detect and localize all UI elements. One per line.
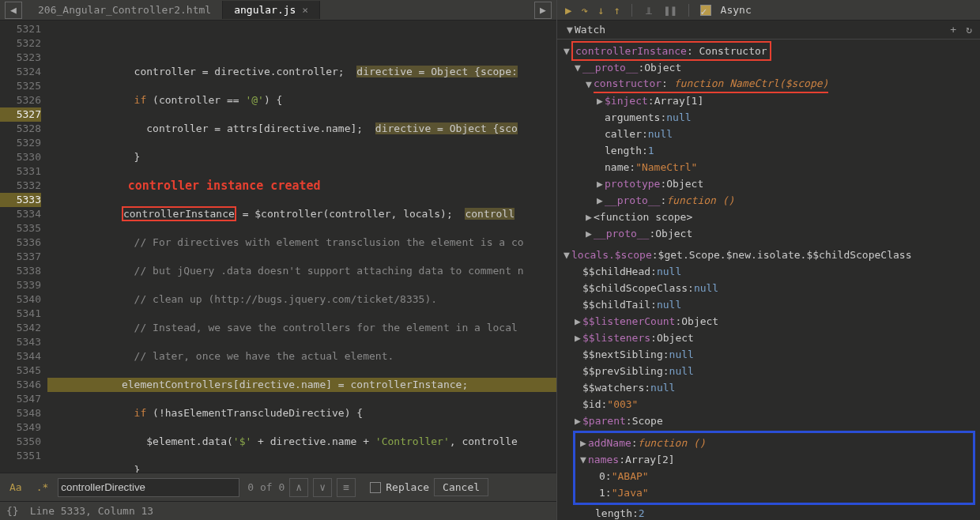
braces-icon[interactable]: {}: [6, 505, 19, 517]
tab-file2[interactable]: angular.js ×: [223, 1, 320, 19]
cancel-button[interactable]: Cancel: [434, 478, 488, 496]
next-match-button[interactable]: ∨: [313, 478, 332, 497]
search-input[interactable]: [58, 478, 239, 497]
editor-tabs: ◀ 206_Angular_Controller2.html angular.j…: [0, 0, 556, 21]
replace-label: Replace: [386, 481, 429, 493]
tab-file1[interactable]: 206_Angular_Controller2.html: [27, 1, 223, 19]
watch-entry-highlight: controllerInstance: Constructor: [571, 41, 771, 61]
watch-panel[interactable]: ▼controllerInstance: Constructor ▼__prot…: [557, 40, 980, 520]
code-area[interactable]: controller = directive.controller; direc…: [47, 21, 556, 473]
status-bar: {} Line 5333, Column 13: [0, 501, 556, 520]
highlight-box: controllerInstance: [122, 206, 236, 221]
run-icon[interactable]: ▶: [534, 2, 552, 19]
step-over-icon[interactable]: ↷: [581, 4, 587, 17]
prev-match-button[interactable]: ∧: [289, 478, 308, 497]
step-into-icon[interactable]: ↓: [597, 4, 604, 17]
watch-header[interactable]: ▼Watch +↻: [557, 21, 980, 40]
deactivate-icon[interactable]: ⫫: [643, 4, 654, 17]
filter-button[interactable]: ≡: [337, 478, 356, 497]
sidebar-toggle-icon[interactable]: ◀: [5, 2, 22, 19]
regex-toggle[interactable]: .*: [32, 480, 54, 495]
async-label: Async: [721, 4, 752, 16]
search-bar: Aa .* 0 of 0 ∧ ∨ ≡ Replace Cancel: [0, 473, 556, 501]
debug-toolbar: ▶ ↷ ↓ ↑ ⫫ ❚❚ ✓ Async: [557, 0, 980, 21]
names-highlight-box: ▶addName: function () ▼names: Array[2] 0…: [573, 431, 975, 505]
annotation-text: controller instance created: [128, 179, 321, 193]
refresh-icon[interactable]: ↻: [966, 24, 972, 36]
resume-icon[interactable]: ▶: [565, 4, 571, 17]
code-editor[interactable]: 532153225323532453255326 532753285329533…: [0, 21, 556, 473]
case-toggle[interactable]: Aa: [5, 480, 27, 495]
cursor-position: Line 5333, Column 13: [30, 505, 154, 517]
step-out-icon[interactable]: ↑: [613, 4, 620, 17]
constructor-highlight: constructor: function NameCtrl($scope): [594, 75, 828, 93]
add-watch-icon[interactable]: +: [950, 24, 956, 36]
async-checkbox[interactable]: ✓: [700, 5, 711, 16]
search-count: 0 of 0: [247, 481, 285, 493]
replace-checkbox[interactable]: [370, 482, 381, 493]
pause-icon[interactable]: ❚❚: [664, 4, 677, 17]
line-gutter: 532153225323532453255326 532753285329533…: [0, 21, 47, 473]
